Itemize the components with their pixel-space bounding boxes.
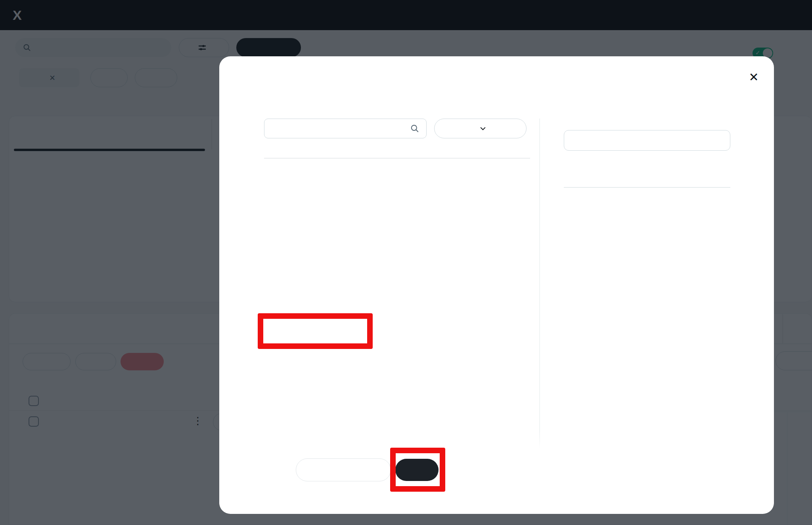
x-ads-app: X ✓ ✕ ⋮ [0, 0, 812, 525]
search-metrics-field[interactable] [264, 119, 427, 138]
section-divider [264, 158, 530, 159]
selected-metrics-list [564, 56, 750, 457]
select-category-dropdown[interactable] [434, 119, 527, 138]
customize-metrics-modal: ✕ [219, 56, 774, 514]
annotation-box-apply [390, 448, 445, 492]
column-divider [539, 119, 540, 449]
save-as-new-preset-button[interactable] [296, 458, 391, 481]
annotation-box-id-checkboxes [258, 313, 373, 349]
chevron-down-icon [480, 127, 486, 130]
search-icon [410, 124, 419, 133]
scroll-fade [220, 431, 773, 455]
search-metrics-input[interactable] [272, 123, 410, 134]
